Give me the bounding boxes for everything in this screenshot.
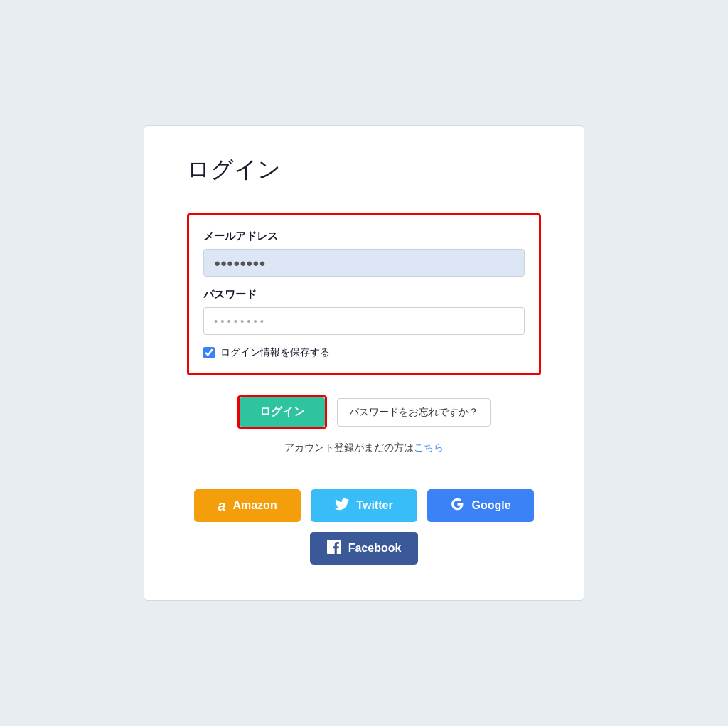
google-label: Google (471, 499, 510, 512)
twitter-login-button[interactable]: Twitter (311, 489, 417, 522)
amazon-login-button[interactable]: a Amazon (194, 489, 301, 522)
login-button-wrapper: ログイン (237, 395, 327, 429)
password-input[interactable] (203, 307, 525, 335)
email-label: メールアドレス (203, 230, 525, 243)
google-icon (450, 497, 464, 514)
register-link[interactable]: こちら (414, 442, 444, 453)
register-text: アカウント登録がまだの方は (284, 442, 414, 453)
login-card: ログイン メールアドレス パスワード ログイン情報を保存する ログイン パスワー… (144, 125, 584, 601)
title-divider (187, 196, 541, 196)
twitter-label: Twitter (356, 499, 392, 512)
amazon-label: Amazon (232, 499, 277, 512)
remember-me-row: ログイン情報を保存する (203, 346, 525, 359)
page-title: ログイン (187, 154, 541, 186)
facebook-label: Facebook (348, 542, 402, 555)
twitter-icon (335, 497, 349, 514)
google-login-button[interactable]: Google (427, 489, 534, 522)
remember-label: ログイン情報を保存する (220, 346, 330, 359)
login-form-box: メールアドレス パスワード ログイン情報を保存する (187, 213, 541, 375)
social-row-bottom: Facebook (310, 532, 419, 565)
login-button[interactable]: ログイン (240, 397, 325, 427)
social-divider (187, 469, 541, 469)
amazon-icon: a (218, 498, 225, 514)
register-row: アカウント登録がまだの方はこちら (187, 442, 541, 454)
forgot-password-button[interactable]: パスワードをお忘れですか？ (337, 398, 491, 427)
social-row-top: a Amazon Twitter Google (194, 489, 534, 522)
facebook-login-button[interactable]: Facebook (310, 532, 419, 565)
social-buttons: a Amazon Twitter Google (187, 489, 541, 565)
password-label: パスワード (203, 288, 525, 301)
email-input[interactable] (203, 249, 525, 277)
actions-row: ログイン パスワードをお忘れですか？ (187, 395, 541, 429)
facebook-icon (327, 540, 341, 557)
remember-checkbox[interactable] (203, 347, 215, 358)
